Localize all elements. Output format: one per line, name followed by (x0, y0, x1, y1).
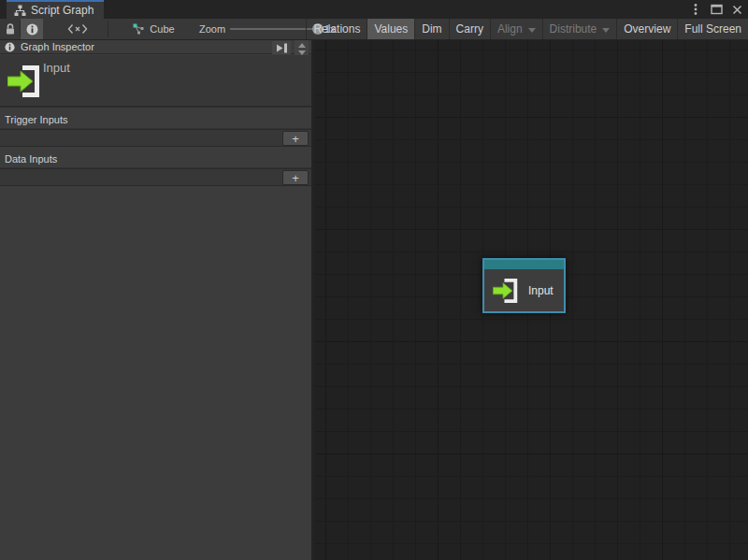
add-trigger-input-button[interactable]: + (282, 131, 309, 146)
maximize-icon[interactable] (709, 2, 724, 17)
toggle-relations[interactable]: Relations (306, 19, 367, 39)
node-preview: Input (0, 55, 311, 108)
close-icon[interactable] (729, 2, 744, 17)
trigger-inputs-list: + (0, 129, 311, 147)
tab-strip: Script Graph (0, 0, 748, 19)
window-controls (688, 0, 746, 19)
graph-asset-icon (132, 22, 145, 36)
data-inputs-header: Data Inputs (0, 151, 311, 168)
info-icon (26, 23, 38, 36)
input-node-titlebar[interactable] (484, 260, 564, 269)
toolbar-toggles: Relations Values Dim Carry Align Distrib… (306, 19, 748, 39)
toggle-values[interactable]: Values (367, 19, 414, 39)
input-node-icon (493, 279, 519, 303)
window-menu-icon[interactable] (688, 2, 703, 17)
toolbar: Cube Zoom 1x Relations Values Dim Carry … (0, 19, 748, 40)
toggle-carry[interactable]: Carry (449, 19, 490, 39)
lock-icon (4, 22, 17, 36)
node-preview-title: Input (43, 61, 70, 75)
zoom-label: Zoom (199, 19, 225, 39)
add-data-input-button[interactable]: + (282, 170, 309, 185)
tab-title: Script Graph (31, 4, 94, 17)
inspector-toggle-button[interactable] (21, 19, 43, 39)
input-node-icon (7, 65, 41, 97)
graph-inspector-title: Graph Inspector (21, 41, 94, 52)
input-node-body: Input (484, 269, 564, 311)
data-inputs-list: + (0, 168, 311, 186)
dropdown-distribute[interactable]: Distribute (542, 19, 617, 39)
graph-target-label: Cube (150, 23, 174, 35)
graph-target-button[interactable]: Cube (127, 19, 180, 39)
graph-inspector-header: Graph Inspector (0, 40, 311, 54)
dropdown-distribute-label: Distribute (550, 22, 597, 36)
trigger-inputs-header: Trigger Inputs (0, 111, 311, 129)
toggle-overview[interactable]: Overview (616, 19, 677, 39)
dock-icon (275, 43, 288, 53)
code-icon (67, 23, 88, 35)
tab-script-graph[interactable]: Script Graph (7, 0, 104, 19)
dropdown-align-label: Align (497, 22, 523, 36)
toggle-dim[interactable]: Dim (414, 19, 448, 39)
info-icon (5, 42, 15, 52)
input-node[interactable]: Input (482, 258, 566, 313)
graph-canvas[interactable]: Input (315, 40, 748, 560)
chevron-down-icon (602, 28, 610, 33)
lock-button[interactable] (0, 19, 20, 39)
graph-inspector-panel: Graph Inspector Input Trigger Inputs + D… (0, 40, 313, 560)
dock-panel-button[interactable] (272, 41, 291, 54)
code-preview-button[interactable] (60, 19, 95, 39)
chevron-down-icon (528, 28, 536, 33)
dropdown-align[interactable]: Align (490, 19, 542, 39)
chevron-up-icon (298, 43, 306, 48)
toggle-fullscreen[interactable]: Full Screen (677, 19, 748, 39)
script-graph-icon (14, 5, 26, 17)
input-node-label: Input (528, 284, 554, 297)
